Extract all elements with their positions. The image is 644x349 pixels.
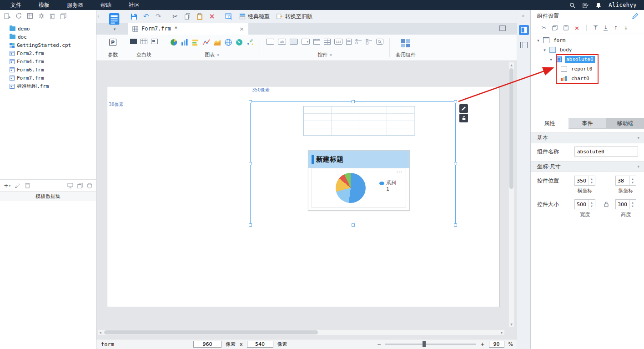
tab-template-datasets[interactable]: 模板数据集: [0, 192, 96, 201]
resize-handle-ne[interactable]: [454, 100, 457, 103]
spinner-down-icon[interactable]: ▼: [591, 205, 593, 207]
preview-button[interactable]: [225, 12, 232, 20]
dataset-connection-icon[interactable]: [87, 183, 92, 188]
spinner-up-icon[interactable]: ▲: [591, 201, 593, 204]
move-up-icon[interactable]: ↑: [614, 25, 618, 30]
bar-chart-icon[interactable]: [192, 39, 199, 46]
scroll-right-icon[interactable]: ▶: [501, 331, 503, 334]
absolute-block-icon[interactable]: [151, 39, 158, 44]
save-button[interactable]: [130, 12, 137, 20]
combobox-widget-icon[interactable]: ▾: [302, 39, 310, 45]
menu-file[interactable]: 文件: [2, 0, 30, 10]
aspect-lock-icon[interactable]: [604, 201, 609, 207]
search-icon[interactable]: [569, 2, 575, 8]
parameter-icon[interactable]: P: [109, 39, 116, 46]
menu-community[interactable]: 社区: [120, 0, 148, 10]
move-to-top-icon[interactable]: ↑: [594, 25, 598, 30]
checkbox-group-widget-icon[interactable]: [366, 39, 372, 45]
paste-button[interactable]: [196, 12, 203, 20]
dataset-preview-icon[interactable]: [67, 183, 73, 188]
scatter-chart-icon[interactable]: [247, 39, 254, 46]
pos-x-spinner[interactable]: ▲▼: [574, 176, 595, 186]
gauge-chart-icon[interactable]: [236, 39, 243, 46]
tree-node-chart0[interactable]: chart0: [531, 74, 644, 83]
chevron-down-icon[interactable]: ▾: [330, 53, 332, 57]
component-settings-tab[interactable]: [519, 25, 529, 35]
delete-button[interactable]: ×: [208, 12, 216, 20]
page-height-input[interactable]: [247, 341, 273, 348]
move-down-icon[interactable]: ↓: [624, 25, 628, 30]
collapse-left-icon[interactable]: ‹: [97, 13, 100, 20]
resize-handle-se[interactable]: [454, 223, 457, 227]
zoom-out-icon[interactable]: −: [377, 341, 381, 347]
copy-file-icon[interactable]: [60, 13, 66, 19]
section-coordinates[interactable]: 坐标·尺寸 ▾: [531, 161, 644, 172]
calendar-widget-icon[interactable]: [313, 39, 320, 45]
resize-handle-nw[interactable]: [249, 100, 252, 103]
edit-dataset-icon[interactable]: [15, 183, 20, 188]
spinner-down-icon[interactable]: ▼: [632, 205, 634, 207]
scroll-left-icon[interactable]: ◀: [99, 331, 101, 334]
copy-component-icon[interactable]: [552, 25, 558, 30]
delete-dataset-icon[interactable]: [25, 182, 30, 188]
zoom-slider[interactable]: [385, 344, 476, 345]
tree-node-absolute0[interactable]: ▾ absolute0: [531, 55, 644, 64]
tab-block-icon[interactable]: [141, 39, 147, 44]
cut-component-icon[interactable]: ✂: [542, 25, 546, 31]
zoom-in-icon[interactable]: +: [480, 341, 484, 347]
file-item-folder[interactable]: doc: [0, 33, 96, 41]
tree-node-form[interactable]: ▾ form: [531, 35, 644, 45]
dataset-copy-icon[interactable]: [77, 183, 83, 188]
spinner-down-icon[interactable]: ▼: [591, 181, 593, 184]
document-tab-active[interactable]: Form7.frm * ×: [128, 23, 248, 35]
delete-file-icon[interactable]: [50, 13, 55, 19]
resize-handle-w[interactable]: [249, 162, 252, 165]
resize-handle-sw[interactable]: [249, 223, 252, 227]
undo-button[interactable]: ↶: [142, 12, 150, 20]
width-input[interactable]: [575, 200, 589, 209]
zoom-value-input[interactable]: [489, 341, 504, 348]
pos-x-input[interactable]: [575, 176, 589, 185]
spinner-up-icon[interactable]: ▲: [632, 201, 634, 204]
menu-server[interactable]: 服务器: [58, 0, 92, 10]
menu-template[interactable]: 模板: [30, 0, 58, 10]
area-chart-icon[interactable]: [214, 39, 221, 46]
file-item-cpt[interactable]: GettingStarted.cpt: [0, 41, 96, 49]
chart-title-bar[interactable]: 新建标题: [308, 151, 409, 168]
spinner-down-icon[interactable]: ▼: [632, 181, 634, 184]
report-widget-icon[interactable]: [346, 39, 352, 45]
file-item-folder[interactable]: demo: [0, 25, 96, 33]
file-item-frm[interactable]: Form7.frm: [0, 74, 96, 82]
vertical-scroll-thumb[interactable]: [509, 68, 513, 189]
table-widget-icon[interactable]: [324, 39, 331, 45]
section-basic[interactable]: 基本 ▾: [531, 132, 644, 143]
tab-events[interactable]: 事件: [569, 118, 606, 129]
settings-gear-icon[interactable]: [38, 13, 45, 19]
file-item-frm[interactable]: Form6.frm: [0, 66, 96, 74]
spinner-up-icon[interactable]: ▲: [632, 177, 634, 180]
pos-y-spinner[interactable]: ▲▼: [615, 176, 636, 186]
menu-help[interactable]: 帮助: [92, 0, 120, 10]
selected-absolute-block[interactable]: 新建标题 ⋯ 系列1: [250, 101, 456, 225]
report-block-icon[interactable]: [130, 39, 137, 44]
chevron-down-icon[interactable]: ▾: [543, 48, 547, 52]
layout-panel-tab[interactable]: [519, 40, 529, 50]
file-item-frm[interactable]: Form4.frm: [0, 57, 96, 66]
resize-handle-s[interactable]: [352, 223, 355, 227]
design-canvas[interactable]: 350像素 38像素: [96, 61, 517, 339]
close-tab-icon[interactable]: ×: [239, 25, 244, 32]
copy-button[interactable]: [184, 12, 191, 20]
feedback-icon[interactable]: [583, 2, 589, 8]
convert-old-button[interactable]: 转换至旧版: [277, 13, 312, 20]
chart-body[interactable]: ⋯ 系列1: [312, 168, 406, 208]
pie-chart-icon[interactable]: [170, 39, 177, 46]
radar-chart-icon[interactable]: [225, 39, 232, 46]
locate-icon[interactable]: [27, 13, 33, 19]
main-menu-button[interactable]: ▾: [106, 12, 123, 35]
line-chart-icon[interactable]: [203, 39, 210, 46]
delete-component-icon[interactable]: ×: [574, 25, 579, 31]
height-input[interactable]: [616, 200, 629, 209]
collapse-right-icon[interactable]: »: [522, 13, 525, 19]
button-widget-icon[interactable]: [290, 39, 298, 45]
lock-block-button[interactable]: [459, 114, 468, 122]
